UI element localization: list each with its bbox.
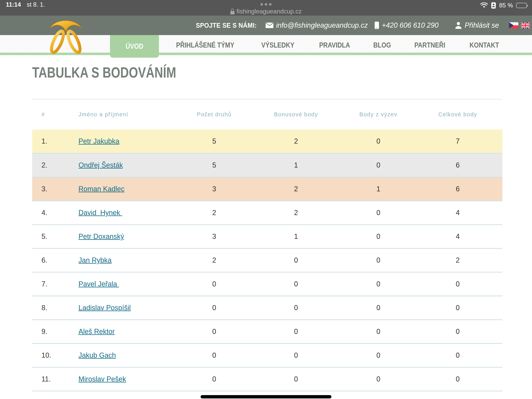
player-link[interactable]: Roman Kadlec xyxy=(78,185,124,193)
pocet-druhu-cell: 0 xyxy=(180,272,248,296)
lock-icon xyxy=(230,9,235,14)
table-row: 2.Ondřej Šesták5106 xyxy=(32,153,502,177)
clock: 11:14 xyxy=(6,1,21,8)
player-link[interactable]: Aleš Rektor xyxy=(78,328,115,335)
table-row: 1.Petr Jakubka5207 xyxy=(32,129,502,153)
table-row: 4.David Hynek 2204 xyxy=(32,201,502,225)
player-name-cell: David Hynek xyxy=(69,201,180,225)
site-logo-icon[interactable] xyxy=(48,17,84,57)
user-icon xyxy=(455,22,462,29)
login-link[interactable]: Přihlásit se xyxy=(455,21,499,29)
envelope-icon xyxy=(266,23,273,28)
bonusove-body-cell: 0 xyxy=(248,248,344,272)
rank-cell: 1. xyxy=(32,129,69,153)
bonusove-body-cell: 0 xyxy=(248,343,344,367)
scoring-table-body: 1.Petr Jakubka52072.Ondřej Šesták51063.R… xyxy=(32,129,502,391)
email-link[interactable]: info@fishingleagueandcup.cz xyxy=(266,21,368,29)
column-header-pocet-druhu: Počet druhů xyxy=(180,99,248,129)
scoring-table-header: # Jméno a příjmení Počet druhů Bonusové … xyxy=(32,99,502,129)
player-link[interactable]: Jakub Gach xyxy=(78,351,116,359)
battery-icon xyxy=(516,3,527,8)
rank-cell: 6. xyxy=(32,248,69,272)
pocet-druhu-cell: 3 xyxy=(180,177,248,201)
mobile-phone-icon xyxy=(374,21,379,29)
column-header-body-z-vyzev: Body z výzev xyxy=(344,99,413,129)
column-header-name: Jméno a příjmení xyxy=(69,99,180,129)
body-z-vyzev-cell: 0 xyxy=(344,272,413,296)
player-name-cell: Jakub Gach xyxy=(69,343,180,367)
column-header-rank: # xyxy=(32,99,69,129)
body-z-vyzev-cell: 1 xyxy=(344,177,413,201)
bonusove-body-cell: 0 xyxy=(248,296,344,320)
player-link[interactable]: Jan Rybka xyxy=(78,256,112,264)
nav-item-kontakt[interactable]: KONTAKT xyxy=(460,35,509,55)
bonusove-body-cell: 2 xyxy=(248,129,344,153)
rank-cell: 5. xyxy=(32,225,69,248)
pocet-druhu-cell: 0 xyxy=(180,296,248,320)
pocet-druhu-cell: 5 xyxy=(180,153,248,177)
login-text: Přihlásit se xyxy=(465,21,499,29)
celkove-body-cell: 7 xyxy=(413,129,502,153)
nav-item-uvod[interactable]: ÚVOD xyxy=(110,35,159,58)
column-header-bonusove-body: Bonusové body xyxy=(248,99,344,129)
battery-percent: 85 % xyxy=(499,2,513,9)
player-link[interactable]: Pavel Jeřala xyxy=(78,280,119,288)
rank-cell: 3. xyxy=(32,177,69,201)
table-row: 3.Roman Kadlec3216 xyxy=(32,177,502,201)
czech-flag-icon[interactable] xyxy=(509,22,518,29)
body-z-vyzev-cell: 0 xyxy=(344,248,413,272)
nav-item-pravidla[interactable]: PRAVIDLA xyxy=(310,35,360,55)
bonusove-body-cell: 2 xyxy=(248,177,344,201)
nav-item-vysledky[interactable]: VÝSLEDKY xyxy=(251,35,304,55)
body-z-vyzev-cell: 0 xyxy=(344,201,413,225)
player-link[interactable]: David Hynek xyxy=(78,209,122,217)
pocet-druhu-cell: 2 xyxy=(180,248,248,272)
status-right: 85 % xyxy=(480,2,527,9)
contact-label: SPOJTE SE S NÁMI: xyxy=(196,21,257,29)
player-link[interactable]: Petr Jakubka xyxy=(78,137,119,145)
table-row: 5.Petr Doxanský3104 xyxy=(32,225,502,248)
rank-cell: 11. xyxy=(32,367,69,391)
celkove-body-cell: 2 xyxy=(413,248,502,272)
uk-flag-icon[interactable] xyxy=(521,22,530,29)
safari-page-dots-icon[interactable] xyxy=(260,3,272,6)
body-z-vyzev-cell: 0 xyxy=(344,129,413,153)
player-name-cell: Miroslav Pešek xyxy=(69,367,180,391)
body-z-vyzev-cell: 0 xyxy=(344,343,413,367)
player-link[interactable]: Ladislav Pospíšil xyxy=(78,304,131,312)
player-link[interactable]: Petr Doxanský xyxy=(78,232,124,240)
address-bar[interactable]: fishingleagueandcup.cz xyxy=(230,8,302,15)
celkove-body-cell: 0 xyxy=(413,320,502,343)
table-row: 8.Ladislav Pospíšil0000 xyxy=(32,296,502,320)
bonusove-body-cell: 2 xyxy=(248,201,344,225)
table-row: 11.Miroslav Pešek0000 xyxy=(32,367,502,391)
player-name-cell: Jan Rybka xyxy=(69,248,180,272)
player-link[interactable]: Ondřej Šesták xyxy=(78,161,123,169)
wifi-icon xyxy=(480,3,488,8)
scoring-table: # Jméno a příjmení Počet druhů Bonusové … xyxy=(32,99,502,391)
player-name-cell: Ladislav Pospíšil xyxy=(69,296,180,320)
bonusove-body-cell: 0 xyxy=(248,367,344,391)
celkove-body-cell: 6 xyxy=(413,177,502,201)
nav-item-prihlasene-tymy[interactable]: PŘIHLÁŠENÉ TÝMY xyxy=(164,35,247,55)
phone-text: +420 606 610 290 xyxy=(382,21,438,29)
body-z-vyzev-cell: 0 xyxy=(344,320,413,343)
nav-item-partneri[interactable]: PARTNEŘI xyxy=(405,35,455,55)
date: st 8. 1. xyxy=(27,1,45,8)
celkove-body-cell: 4 xyxy=(413,201,502,225)
pocet-druhu-cell: 0 xyxy=(180,320,248,343)
pocet-druhu-cell: 2 xyxy=(180,201,248,225)
player-link[interactable]: Miroslav Pešek xyxy=(78,375,126,383)
phone-link[interactable]: +420 606 610 290 xyxy=(374,21,438,29)
player-name-cell: Pavel Jeřala xyxy=(69,272,180,296)
rank-cell: 7. xyxy=(32,272,69,296)
home-indicator[interactable] xyxy=(201,395,331,399)
rank-cell: 8. xyxy=(32,296,69,320)
player-name-cell: Ondřej Šesták xyxy=(69,153,180,177)
pocet-druhu-cell: 0 xyxy=(180,367,248,391)
nav-item-blog[interactable]: BLOG xyxy=(365,35,399,55)
body-z-vyzev-cell: 0 xyxy=(344,296,413,320)
celkove-body-cell: 4 xyxy=(413,225,502,248)
status-left: 11:14 st 8. 1. xyxy=(6,1,45,8)
rank-cell: 2. xyxy=(32,153,69,177)
